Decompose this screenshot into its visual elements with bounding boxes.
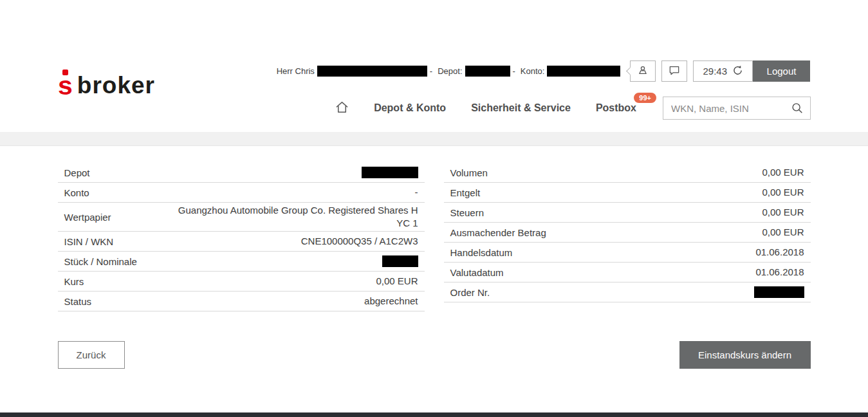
table-row: Depot [58, 163, 425, 183]
row-label: Stück / Nominale [64, 256, 137, 267]
redacted-user-name [317, 66, 427, 77]
footer-bar [0, 412, 868, 417]
row-value [754, 286, 804, 298]
site-header: s broker Herr Chris - Depot: - Konto: [0, 0, 868, 132]
row-value: 0,00 EUR [762, 226, 804, 239]
row-value: 01.06.2018 [755, 266, 804, 279]
row-value: CNE100000Q35 / A1C2W3 [301, 235, 418, 248]
row-label: Status [64, 296, 92, 307]
depot-label: Depot: [438, 66, 462, 76]
chat-bubble-icon [668, 64, 681, 79]
nav-item-postbox[interactable]: Postbox 99+ [596, 102, 636, 114]
search-box [663, 97, 811, 120]
search-icon[interactable] [790, 101, 804, 118]
separator: - [430, 66, 432, 76]
row-value: 0,00 EUR [762, 206, 804, 219]
nav-item-depot-konto[interactable]: Depot & Konto [374, 102, 446, 114]
row-value [382, 255, 418, 267]
row-label: Depot [64, 167, 90, 178]
table-row: Konto- [58, 183, 425, 203]
home-nav-button[interactable] [335, 100, 349, 117]
table-row: Order Nr. [444, 283, 811, 302]
redacted-value [382, 255, 418, 267]
sparkasse-s-icon: s [58, 74, 73, 97]
change-entry-price-button[interactable]: Einstandskurs ändern [679, 341, 811, 369]
redacted-value [362, 167, 418, 178]
refresh-icon [732, 65, 743, 78]
user-icon [636, 64, 649, 79]
header-divider-band [0, 132, 868, 146]
logout-button[interactable]: Logout [753, 60, 810, 82]
row-value: - [415, 186, 418, 199]
row-value: 01.06.2018 [755, 246, 804, 259]
sparkasse-dot [62, 70, 68, 75]
row-value [362, 167, 418, 178]
logo-text: broker [77, 73, 155, 97]
row-label: Entgelt [450, 187, 481, 198]
profile-button[interactable] [630, 60, 656, 82]
row-value: 0,00 EUR [762, 186, 804, 199]
main-nav: Depot & Konto Sicherheit & Service Postb… [335, 97, 811, 120]
order-details-right-table: Volumen0,00 EUREntgelt0,00 EURSteuern0,0… [444, 163, 811, 302]
row-value: Guangzhou Automobile Group Co. Registere… [174, 204, 418, 230]
order-details-left-table: DepotKonto-WertpapierGuangzhou Automobil… [58, 163, 425, 311]
row-label: Valutadatum [450, 267, 504, 278]
postbox-unread-badge: 99+ [634, 93, 656, 103]
table-row: Kurs0,00 EUR [58, 272, 425, 292]
table-row: ISIN / WKNCNE100000Q35 / A1C2W3 [58, 232, 425, 252]
messages-button[interactable] [661, 60, 687, 82]
row-label: Kurs [64, 276, 84, 287]
row-value: 0,00 EUR [762, 166, 804, 179]
row-label: Steuern [450, 207, 485, 218]
table-row: Ausmachender Betrag0,00 EUR [444, 223, 811, 243]
table-row: Handelsdatum01.06.2018 [444, 243, 811, 263]
row-label: Volumen [450, 167, 488, 178]
search-input[interactable] [663, 97, 811, 120]
back-button[interactable]: Zurück [58, 341, 125, 369]
row-label: ISIN / WKN [64, 236, 114, 247]
page: s broker Herr Chris - Depot: - Konto: [0, 0, 868, 417]
redacted-value [754, 286, 804, 298]
row-label: Wertpapier [64, 212, 111, 223]
konto-label: Konto: [521, 66, 545, 76]
nav-item-sicherheit-service[interactable]: Sicherheit & Service [471, 102, 571, 114]
table-row: WertpapierGuangzhou Automobile Group Co.… [58, 203, 425, 232]
row-label: Ausmachender Betrag [450, 227, 546, 238]
table-row: Stück / Nominale [58, 252, 425, 272]
redacted-konto-number [547, 66, 620, 77]
session-timer-value: 29:43 [703, 66, 727, 77]
table-row: Volumen0,00 EUR [444, 163, 811, 183]
order-detail-content: DepotKonto-WertpapierGuangzhou Automobil… [58, 146, 811, 369]
home-icon [335, 100, 349, 117]
nav-item-label: Postbox [596, 102, 636, 113]
actions-row: Zurück Einstandskurs ändern [58, 341, 811, 369]
row-label: Konto [64, 187, 89, 198]
table-row: Valutadatum01.06.2018 [444, 263, 811, 283]
row-value: abgerechnet [364, 295, 418, 308]
table-row: Statusabgerechnet [58, 292, 425, 311]
separator: - [513, 66, 515, 76]
row-label: Order Nr. [450, 287, 490, 298]
row-label: Handelsdatum [450, 247, 513, 258]
user-name-prefix: Herr Chris [277, 66, 315, 76]
row-value: 0,00 EUR [376, 275, 418, 288]
redacted-depot-number [465, 66, 510, 77]
table-row: Entgelt0,00 EUR [444, 183, 811, 203]
table-row: Steuern0,00 EUR [444, 203, 811, 223]
user-bar: Herr Chris - Depot: - Konto: 29:43 [274, 60, 810, 82]
session-timer[interactable]: 29:43 [693, 60, 753, 82]
sbroker-logo[interactable]: s broker [58, 73, 155, 97]
